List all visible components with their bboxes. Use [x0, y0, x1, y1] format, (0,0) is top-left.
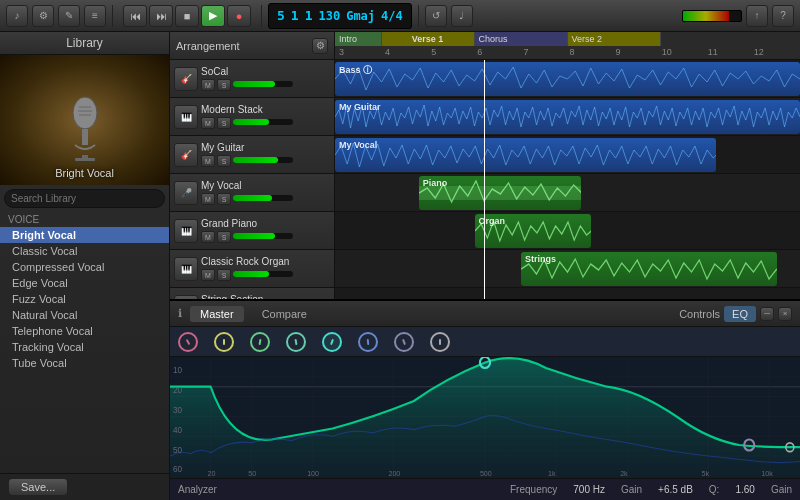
clip-piano[interactable]: Piano: [419, 176, 582, 210]
loop-button[interactable]: ↺: [425, 5, 447, 27]
track-icon-my-vocal: 🎤: [174, 181, 198, 205]
eq-tab-master[interactable]: Master: [190, 306, 244, 322]
timeline-area: Intro Verse 1 Chorus Verse 2 3 4 5 6 7 8…: [335, 32, 800, 299]
clip-label-piano: Piano: [423, 178, 448, 188]
track-mute-soCal[interactable]: M: [201, 79, 215, 91]
eq-band-3-knob[interactable]: [250, 332, 270, 352]
track-row-strings[interactable]: Strings: [335, 250, 800, 288]
clip-vocal[interactable]: My Vocal: [335, 138, 716, 172]
track-name-organ: Classic Rock Organ: [201, 256, 330, 267]
library-item-compressed-vocal[interactable]: Compressed Vocal: [0, 259, 169, 275]
section-verse1: Verse 1: [382, 32, 475, 46]
track-icon-organ: 🎹: [174, 257, 198, 281]
rewind-button[interactable]: ⏮: [123, 5, 147, 27]
clip-guitar[interactable]: My Guitar: [335, 100, 800, 134]
track-solo-modern-stack[interactable]: S: [217, 117, 231, 129]
svg-text:2k: 2k: [620, 469, 628, 478]
eq-tab-compare[interactable]: Compare: [252, 306, 317, 322]
clip-bass[interactable]: Bass ⓘ: [335, 62, 800, 96]
play-button[interactable]: ▶: [201, 5, 225, 27]
track-mute-organ[interactable]: M: [201, 269, 215, 281]
library-header: Library: [0, 32, 169, 55]
arrangement-header: Arrangement ⚙: [170, 32, 334, 60]
track-mute-modern-stack[interactable]: M: [201, 117, 215, 129]
eq-band-6-knob[interactable]: [358, 332, 378, 352]
track-fader-organ[interactable]: [233, 271, 293, 277]
record-button[interactable]: ●: [227, 5, 251, 27]
library-search-input[interactable]: [4, 189, 165, 208]
stop-button[interactable]: ■: [175, 5, 199, 27]
eq-band-8-knob[interactable]: [430, 332, 450, 352]
library-item-bright-vocal[interactable]: Bright Vocal: [0, 227, 169, 243]
track-name-soCal: SoCal: [201, 66, 330, 77]
track-solo-organ[interactable]: S: [217, 269, 231, 281]
eq-band-4-knob[interactable]: [286, 332, 306, 352]
eq-close-button[interactable]: ×: [778, 307, 792, 321]
svg-text:60: 60: [173, 464, 182, 474]
eq-minimize-button[interactable]: ─: [760, 307, 774, 321]
track-row-guitar[interactable]: My Guitar: [335, 98, 800, 136]
track-row-bass[interactable]: Bass ⓘ: [335, 60, 800, 98]
track-controls-soCal: M S: [201, 79, 330, 91]
track-header-soCal: 🎸 SoCal M S: [170, 60, 334, 98]
help-button[interactable]: ?: [772, 5, 794, 27]
eq-band-5-knob[interactable]: [322, 332, 342, 352]
share-button[interactable]: ↑: [746, 5, 768, 27]
eq-svg: 10 20 30 40 50 60 20 50 100 200 500 1k 2…: [170, 357, 800, 478]
track-solo-my-vocal[interactable]: S: [217, 193, 231, 205]
forward-button[interactable]: ⏭: [149, 5, 173, 27]
editors-button[interactable]: ✎: [58, 5, 80, 27]
clip-organ[interactable]: Organ: [475, 214, 591, 248]
track-fader-soCal[interactable]: [233, 81, 293, 87]
track-solo-soCal[interactable]: S: [217, 79, 231, 91]
track-name-my-guitar: My Guitar: [201, 142, 330, 153]
track-mute-my-guitar[interactable]: M: [201, 155, 215, 167]
save-button[interactable]: Save...: [8, 478, 68, 496]
track-controls-my-vocal: M S: [201, 193, 330, 205]
metronome-button[interactable]: ♩: [451, 5, 473, 27]
arrangement-settings-button[interactable]: ⚙: [312, 38, 328, 54]
track-mute-grand-piano[interactable]: M: [201, 231, 215, 243]
eq-band-1-knob[interactable]: [178, 332, 198, 352]
track-row-organ[interactable]: Organ: [335, 212, 800, 250]
ruler-mark-9: 9: [614, 47, 660, 57]
ruler-mark-4: 4: [383, 47, 429, 57]
track-fader-grand-piano[interactable]: [233, 233, 293, 239]
svg-text:100: 100: [307, 469, 319, 478]
library-item-edge-vocal[interactable]: Edge Vocal: [0, 275, 169, 291]
library-item-tube-vocal[interactable]: Tube Vocal: [0, 355, 169, 371]
mixer-button[interactable]: ≡: [84, 5, 106, 27]
track-solo-my-guitar[interactable]: S: [217, 155, 231, 167]
library-toggle-button[interactable]: ♪: [6, 5, 28, 27]
library-item-classic-vocal[interactable]: Classic Vocal: [0, 243, 169, 259]
track-row-piano[interactable]: Piano: [335, 174, 800, 212]
track-controls-grand-piano: M S: [201, 231, 330, 243]
eq-tab-eq[interactable]: EQ: [724, 306, 756, 322]
library-item-telephone-vocal[interactable]: Telephone Vocal: [0, 323, 169, 339]
gain-label-2: Gain: [771, 484, 792, 495]
waveform-bass: [335, 62, 800, 96]
svg-text:20: 20: [208, 469, 216, 478]
eq-band-2-knob[interactable]: [214, 332, 234, 352]
library-item-natural-vocal[interactable]: Natural Vocal: [0, 307, 169, 323]
track-info-strings: String Section M S: [201, 294, 330, 299]
track-info-grand-piano: Grand Piano M S: [201, 218, 330, 243]
clip-strings[interactable]: Strings: [521, 252, 777, 286]
svg-text:50: 50: [248, 469, 256, 478]
q-value: 1.60: [735, 484, 754, 495]
sep2: [261, 5, 262, 27]
library-panel: Library Bright Vocal Voice Bright Vocal …: [0, 32, 170, 500]
track-mute-my-vocal[interactable]: M: [201, 193, 215, 205]
ruler-mark-5: 5: [429, 47, 475, 57]
track-fader-my-vocal[interactable]: [233, 195, 293, 201]
track-fader-modern-stack[interactable]: [233, 119, 293, 125]
eq-display[interactable]: 10 20 30 40 50 60 20 50 100 200 500 1k 2…: [170, 357, 800, 478]
instrument-preview: Bright Vocal: [0, 55, 169, 185]
track-fader-my-guitar[interactable]: [233, 157, 293, 163]
library-item-fuzz-vocal[interactable]: Fuzz Vocal: [0, 291, 169, 307]
smart-controls-button[interactable]: ⚙: [32, 5, 54, 27]
track-row-vocal[interactable]: My Vocal: [335, 136, 800, 174]
track-solo-grand-piano[interactable]: S: [217, 231, 231, 243]
eq-band-7-knob[interactable]: [394, 332, 414, 352]
library-item-tracking-vocal[interactable]: Tracking Vocal: [0, 339, 169, 355]
